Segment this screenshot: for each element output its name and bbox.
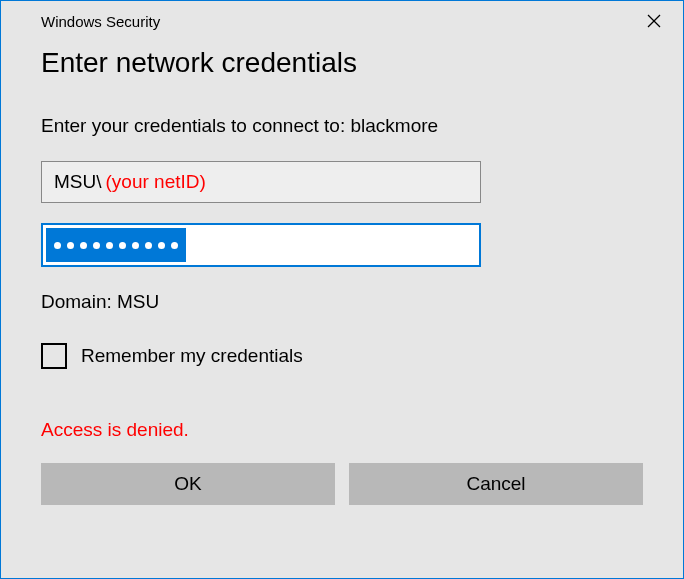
error-message: Access is denied. [41, 419, 643, 441]
button-row: OK Cancel [41, 463, 643, 505]
credentials-dialog: Windows Security Enter network credentia… [0, 0, 684, 579]
remember-credentials-row: Remember my credentials [41, 343, 643, 369]
password-dot [158, 242, 165, 249]
password-field[interactable] [41, 223, 481, 267]
username-prefix: MSU\ [54, 171, 102, 193]
dialog-heading: Enter network credentials [41, 47, 643, 79]
password-dot [145, 242, 152, 249]
dialog-content: Enter network credentials Enter your cre… [1, 41, 683, 525]
window-title: Windows Security [41, 13, 160, 30]
close-button[interactable] [639, 9, 669, 33]
password-dot [67, 242, 74, 249]
titlebar: Windows Security [1, 1, 683, 41]
cancel-button[interactable]: Cancel [349, 463, 643, 505]
dialog-prompt: Enter your credentials to connect to: bl… [41, 115, 643, 137]
password-value [46, 228, 186, 262]
password-dot [93, 242, 100, 249]
password-dot [171, 242, 178, 249]
password-dot [54, 242, 61, 249]
password-dot [106, 242, 113, 249]
close-icon [647, 14, 661, 28]
remember-checkbox[interactable] [41, 343, 67, 369]
password-dot [80, 242, 87, 249]
password-dot [132, 242, 139, 249]
username-field[interactable]: MSU\ (your netID) [41, 161, 481, 203]
ok-button[interactable]: OK [41, 463, 335, 505]
username-hint: (your netID) [106, 171, 206, 193]
password-dot [119, 242, 126, 249]
domain-label: Domain: MSU [41, 291, 643, 313]
remember-label: Remember my credentials [81, 345, 303, 367]
